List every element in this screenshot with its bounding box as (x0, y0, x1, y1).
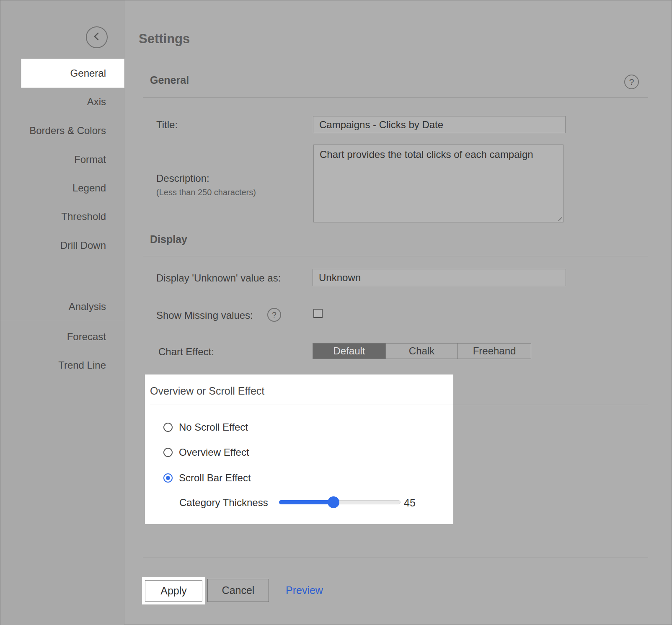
sidebar-item-label: Axis (87, 96, 106, 107)
display-unknown-input[interactable] (313, 269, 566, 286)
section-divider (143, 97, 648, 98)
category-thickness-slider[interactable] (279, 500, 401, 504)
radio-icon (163, 423, 173, 432)
chart-effect-segmented-control: Default Chalk Freehand (313, 343, 531, 359)
title-input[interactable] (313, 116, 566, 133)
radio-label: Overview Effect (179, 447, 249, 458)
sidebar-divider (0, 321, 124, 321)
sidebar-item-label: Trend Line (58, 359, 106, 371)
chart-effect-option-freehand[interactable]: Freehand (457, 343, 531, 359)
sidebar-item-axis[interactable]: Axis (0, 93, 106, 110)
radio-icon-checked (163, 473, 173, 483)
help-icon[interactable]: ? (624, 75, 639, 89)
help-icon[interactable]: ? (267, 308, 281, 322)
radio-overview-effect[interactable]: Overview Effect (163, 447, 249, 458)
display-unknown-label: Display 'Unknown' value as: (156, 272, 281, 284)
sidebar-section-analysis: Analysis (0, 298, 106, 315)
scroll-effect-heading: Overview or Scroll Effect (150, 385, 264, 397)
back-button[interactable] (86, 26, 108, 48)
radio-no-scroll-effect[interactable]: No Scroll Effect (163, 421, 248, 433)
sidebar-item-forecast[interactable]: Forecast (0, 328, 106, 345)
preview-link[interactable]: Preview (286, 584, 323, 597)
section-divider (150, 405, 453, 405)
display-section-heading: Display (150, 233, 187, 245)
show-missing-label: Show Missing values: (156, 310, 253, 321)
settings-page: General Axis Borders & Colors Format Leg… (0, 0, 672, 625)
chevron-left-icon (90, 30, 103, 44)
category-thickness-label: Category Thickness (179, 497, 268, 509)
sidebar-item-label: Format (74, 154, 106, 165)
show-missing-checkbox[interactable] (313, 309, 323, 318)
radio-label: Scroll Bar Effect (179, 472, 251, 484)
section-divider (143, 256, 648, 256)
section-divider (453, 405, 648, 405)
sidebar-item-label: Forecast (67, 331, 106, 342)
sidebar-item-label: Drill Down (60, 240, 106, 251)
sidebar-item-label: General (70, 67, 106, 79)
radio-label: No Scroll Effect (179, 421, 248, 433)
sidebar-item-trend-line[interactable]: Trend Line (0, 357, 106, 374)
sidebar-item-general[interactable]: General (21, 59, 124, 88)
slider-fill (279, 500, 333, 504)
sidebar: General Axis Borders & Colors Format Leg… (0, 0, 124, 625)
chart-effect-option-default[interactable]: Default (313, 343, 385, 359)
scroll-effect-panel: Overview or Scroll Effect No Scroll Effe… (145, 374, 453, 524)
chart-effect-label: Chart Effect: (158, 346, 214, 358)
sidebar-item-borders-colors[interactable]: Borders & Colors (0, 122, 106, 139)
chart-effect-option-chalk[interactable]: Chalk (385, 343, 457, 359)
description-label: Description: (156, 173, 209, 184)
sidebar-item-label: Legend (72, 182, 106, 194)
cancel-button[interactable]: Cancel (207, 579, 269, 602)
sidebar-item-label: Borders & Colors (29, 125, 106, 136)
sidebar-item-format[interactable]: Format (0, 151, 106, 168)
question-mark-glyph: ? (629, 77, 634, 87)
sidebar-section-label: Analysis (69, 301, 106, 312)
sidebar-item-drill-down[interactable]: Drill Down (0, 237, 106, 254)
sidebar-item-threshold[interactable]: Threshold (0, 208, 106, 225)
apply-button[interactable]: Apply (145, 580, 202, 602)
description-textarea[interactable]: Chart provides the total clicks of each … (313, 145, 563, 222)
sidebar-item-legend[interactable]: Legend (0, 180, 106, 196)
description-hint: (Less than 250 characters) (156, 188, 256, 197)
slider-thumb[interactable] (328, 496, 339, 508)
footer-divider (143, 558, 648, 558)
title-label: Title: (156, 119, 178, 131)
question-mark-glyph: ? (272, 310, 277, 320)
general-section-heading: General (150, 74, 189, 86)
radio-scroll-bar-effect[interactable]: Scroll Bar Effect (163, 472, 251, 484)
page-title: Settings (139, 31, 190, 46)
sidebar-item-label: Threshold (61, 211, 106, 222)
radio-icon (163, 448, 173, 457)
category-thickness-value: 45 (404, 497, 416, 509)
